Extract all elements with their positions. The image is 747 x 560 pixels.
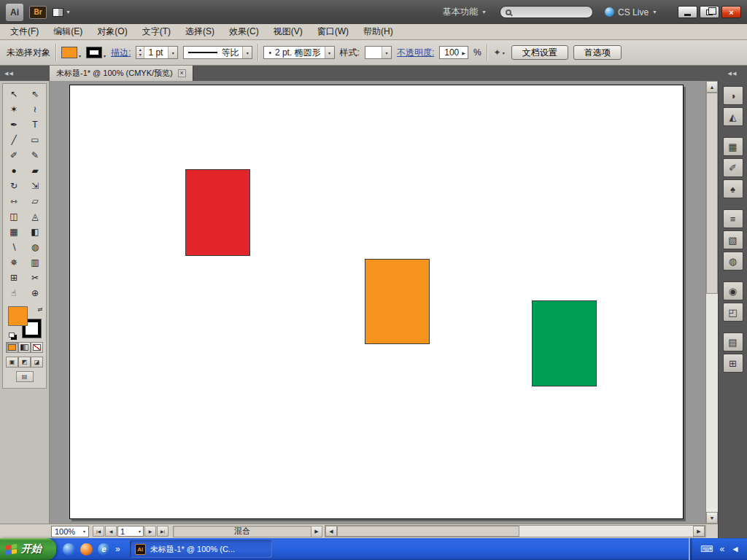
width-profile-caret[interactable]: ▾ bbox=[242, 47, 252, 58]
draw-behind-button[interactable]: ◩ bbox=[18, 357, 31, 368]
appearance-panel-button[interactable]: ◉ bbox=[723, 281, 743, 300]
hand-tool[interactable]: ☝ bbox=[4, 285, 25, 300]
zoom-level-dropdown[interactable]: 100% ▾ bbox=[51, 526, 89, 537]
menu-object[interactable]: 对象(O) bbox=[90, 24, 134, 39]
keyboard-layout-icon[interactable]: ⌨ bbox=[700, 544, 713, 554]
brush-dropdown[interactable]: • 2 pt. 椭圆形 ▾ bbox=[263, 46, 334, 59]
artboards-panel-button[interactable]: ⊞ bbox=[723, 354, 743, 373]
shape-builder-tool[interactable]: ◫ bbox=[4, 209, 25, 224]
opacity-control[interactable]: 100 ▶ bbox=[439, 46, 468, 59]
restore-button[interactable] bbox=[700, 6, 719, 18]
magic-wand-tool[interactable]: ✶ bbox=[4, 101, 25, 117]
swap-fill-stroke-icon[interactable]: ⇄ bbox=[38, 306, 43, 313]
draw-inside-button[interactable]: ◪ bbox=[31, 357, 43, 368]
document-setup-button[interactable]: 文档设置 bbox=[511, 45, 568, 60]
minimize-button[interactable] bbox=[678, 6, 697, 18]
arrange-documents-button[interactable]: ▼ bbox=[53, 8, 71, 17]
blend-tool[interactable]: ◍ bbox=[25, 239, 46, 254]
stroke-panel-link[interactable]: 描边: bbox=[111, 47, 131, 59]
recolor-artwork-button[interactable]: ✦ ▾ bbox=[492, 47, 506, 58]
draw-normal-button[interactable]: ▣ bbox=[6, 357, 18, 368]
stroke-color-control[interactable]: ▾ bbox=[86, 47, 106, 58]
menu-view[interactable]: 视图(V) bbox=[266, 24, 310, 39]
horizontal-scrollbar[interactable]: ◀ ▶ bbox=[325, 525, 705, 537]
selection-tool[interactable]: ↖ bbox=[4, 86, 25, 101]
pen-tool[interactable]: ✒ bbox=[4, 117, 25, 132]
previous-artboard-button[interactable]: ◀ bbox=[105, 526, 117, 537]
dock-collapse-button[interactable]: ◀◀ bbox=[728, 71, 738, 77]
vertical-scroll-thumb[interactable] bbox=[706, 93, 718, 294]
first-artboard-button[interactable]: |◀ bbox=[93, 526, 104, 537]
quick-launch-icon-2[interactable] bbox=[80, 543, 93, 556]
column-graph-tool[interactable]: ▥ bbox=[25, 254, 46, 270]
hidden-icons-chevron[interactable]: « bbox=[719, 544, 724, 554]
symbols-panel-button[interactable]: ♠ bbox=[723, 179, 743, 198]
bridge-launch-button[interactable]: Br bbox=[29, 6, 47, 19]
brushes-panel-button[interactable]: ✐ bbox=[723, 158, 743, 177]
fill-color-swatch[interactable] bbox=[61, 47, 77, 58]
gradient-tool[interactable]: ◧ bbox=[25, 224, 46, 239]
pencil-tool[interactable]: ✎ bbox=[25, 147, 46, 163]
layers-panel-button[interactable]: ▤ bbox=[723, 332, 743, 351]
menu-window[interactable]: 窗口(W) bbox=[310, 24, 356, 39]
mesh-tool[interactable]: ▦ bbox=[4, 224, 25, 239]
menu-type[interactable]: 文字(T) bbox=[135, 24, 178, 39]
search-input[interactable] bbox=[515, 8, 584, 17]
status-display-menu-button[interactable]: ▶ bbox=[311, 526, 322, 537]
eraser-tool[interactable]: ▰ bbox=[25, 163, 46, 178]
scroll-down-button[interactable]: ▼ bbox=[706, 512, 718, 524]
quick-launch-icon-3[interactable]: e bbox=[98, 543, 110, 556]
scroll-up-button[interactable]: ▲ bbox=[706, 81, 718, 93]
menu-effect[interactable]: 效果(C) bbox=[222, 24, 266, 39]
color-guide-panel-button[interactable]: ◭ bbox=[723, 107, 743, 126]
blob-brush-tool[interactable]: ● bbox=[4, 163, 25, 178]
type-tool[interactable]: T bbox=[25, 117, 46, 132]
zoom-tool[interactable]: ⊕ bbox=[25, 285, 46, 300]
stroke-panel-button[interactable]: ≡ bbox=[723, 209, 743, 228]
scroll-right-button[interactable]: ▶ bbox=[693, 526, 705, 537]
style-caret[interactable]: ▾ bbox=[382, 47, 391, 58]
green-rectangle[interactable] bbox=[532, 300, 597, 386]
menu-file[interactable]: 文件(F) bbox=[3, 24, 46, 39]
brush-caret[interactable]: ▾ bbox=[325, 47, 334, 58]
perspective-grid-tool[interactable]: ◬ bbox=[25, 209, 46, 224]
slice-tool[interactable]: ✂ bbox=[25, 270, 46, 285]
line-segment-tool[interactable]: ╱ bbox=[4, 132, 25, 147]
lasso-tool[interactable]: ≀ bbox=[25, 101, 46, 117]
volume-icon[interactable]: ◄ bbox=[731, 544, 740, 554]
spinner-up-icon[interactable]: ▴ bbox=[136, 47, 144, 52]
red-rectangle[interactable] bbox=[185, 169, 250, 256]
stroke-color-swatch[interactable] bbox=[86, 47, 102, 58]
opacity-panel-link[interactable]: 不透明度: bbox=[397, 47, 434, 59]
artboard-number-dropdown[interactable]: 1 ▾ bbox=[117, 526, 144, 537]
screen-mode-button[interactable]: ▤ bbox=[16, 371, 34, 382]
eyedropper-tool[interactable]: ∖ bbox=[4, 239, 25, 254]
preferences-button[interactable]: 首选项 bbox=[573, 45, 622, 60]
gradient-mode-button[interactable] bbox=[18, 342, 31, 353]
scroll-left-button[interactable]: ◀ bbox=[325, 526, 337, 537]
menu-select[interactable]: 选择(S) bbox=[178, 24, 222, 39]
close-button[interactable]: × bbox=[721, 6, 741, 18]
cs-live-button[interactable]: CS Live ▼ bbox=[605, 7, 657, 18]
vertical-scroll-track[interactable] bbox=[706, 93, 718, 512]
rectangle-tool[interactable]: ▭ bbox=[25, 132, 46, 147]
next-artboard-button[interactable]: ▶ bbox=[144, 526, 156, 537]
style-dropdown[interactable]: ▾ bbox=[365, 46, 392, 59]
menu-help[interactable]: 帮助(H) bbox=[356, 24, 400, 39]
opacity-value[interactable]: 100 bbox=[444, 47, 459, 58]
spinner-down-icon[interactable]: ▾ bbox=[136, 52, 144, 58]
stroke-weight-value[interactable]: 1 pt bbox=[144, 47, 168, 58]
vertical-scrollbar[interactable]: ▲ ▼ bbox=[705, 81, 718, 524]
opacity-slider-arrow-icon[interactable]: ▶ bbox=[462, 50, 465, 55]
fill-color-indicator[interactable] bbox=[8, 306, 28, 326]
width-profile-dropdown[interactable]: 等比 ▾ bbox=[183, 46, 252, 59]
symbol-sprayer-tool[interactable]: ✵ bbox=[4, 254, 25, 270]
start-button[interactable]: 开始 bbox=[0, 538, 56, 560]
horizontal-scroll-thumb[interactable] bbox=[337, 526, 519, 537]
rotate-tool[interactable]: ↻ bbox=[4, 178, 25, 193]
graphic-styles-panel-button[interactable]: ◰ bbox=[723, 303, 743, 322]
stroke-weight-control[interactable]: ▴ ▾ 1 pt ▾ bbox=[136, 46, 178, 59]
taskbar-window-button[interactable]: Ai 未标题-1* @ 100% (C... bbox=[130, 540, 272, 558]
direct-selection-tool[interactable]: ⇖ bbox=[25, 86, 46, 101]
swatches-panel-button[interactable]: ▦ bbox=[723, 137, 743, 156]
